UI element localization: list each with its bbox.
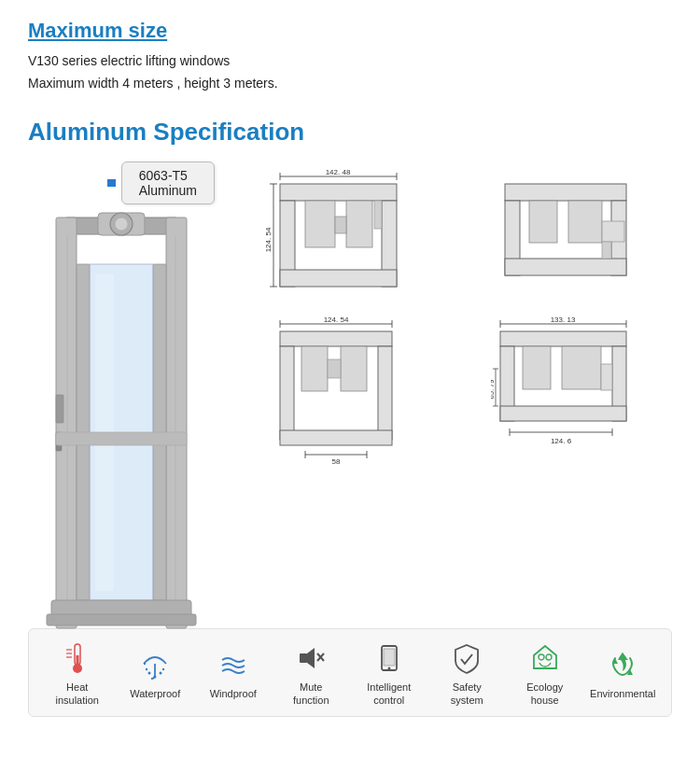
- windproof-label: Windproof: [210, 687, 257, 700]
- svg-rect-66: [562, 346, 601, 389]
- svg-rect-31: [346, 201, 372, 247]
- svg-marker-94: [534, 646, 556, 668]
- svg-rect-29: [280, 270, 397, 287]
- svg-rect-67: [601, 364, 612, 390]
- environmental-icon: [608, 649, 637, 682]
- svg-rect-77: [76, 655, 78, 665]
- svg-rect-30: [305, 201, 335, 247]
- mute-icon: [296, 642, 326, 676]
- svg-rect-39: [568, 201, 602, 243]
- svg-rect-6: [166, 218, 187, 628]
- svg-point-87: [162, 668, 164, 670]
- svg-rect-52: [328, 359, 341, 378]
- ecology-label: Ecologyhouse: [526, 681, 563, 708]
- svg-rect-41: [602, 242, 611, 259]
- feature-intelligent: Intelligentcontrol: [352, 642, 427, 708]
- svg-marker-0: [107, 174, 116, 192]
- aluminum-section: 6063-T5 Aluminum: [28, 161, 672, 610]
- svg-text:65. 79: 65. 79: [491, 379, 496, 399]
- svg-text:58: 58: [331, 457, 340, 466]
- page-container: Maximum size V130 series electric liftin…: [0, 0, 700, 736]
- svg-point-84: [154, 675, 157, 678]
- feature-safety: Safetysystem: [429, 642, 504, 708]
- blue-arrow-icon: [103, 170, 116, 196]
- svg-rect-46: [280, 331, 392, 346]
- diagram-3: 124. 54 58: [233, 313, 447, 467]
- svg-rect-64: [500, 406, 626, 421]
- svg-rect-12: [47, 614, 196, 625]
- intelligent-control-icon: [374, 642, 404, 676]
- svg-rect-17: [56, 432, 187, 445]
- mute-label: Mutefunction: [293, 681, 329, 708]
- window-cross-section-svg: [28, 208, 215, 638]
- feature-environmental: Environmental: [585, 649, 660, 700]
- svg-rect-37: [505, 259, 626, 275]
- svg-rect-47: [280, 346, 294, 440]
- windproof-icon: [218, 649, 248, 682]
- svg-rect-88: [300, 653, 307, 663]
- svg-marker-98: [619, 653, 626, 658]
- svg-text:133. 13: 133. 13: [550, 316, 575, 324]
- feature-heat-insulation: Heatinsulation: [40, 642, 115, 708]
- svg-point-78: [73, 664, 82, 673]
- diagram-1: 142. 48 124. 54: [233, 165, 447, 305]
- svg-text:142. 48: 142. 48: [325, 168, 350, 176]
- feature-windproof: Windproof: [196, 649, 271, 700]
- svg-rect-50: [301, 346, 328, 391]
- feature-waterproof: Waterproof: [118, 649, 192, 700]
- svg-text:124. 6: 124. 6: [550, 437, 571, 445]
- svg-rect-13: [56, 395, 63, 423]
- svg-point-97: [546, 654, 552, 660]
- max-size-line1: V130 series electric lifting windows: [28, 50, 672, 73]
- svg-point-86: [146, 668, 147, 670]
- heat-insulation-label: Heatinsulation: [56, 681, 99, 708]
- svg-rect-40: [602, 221, 624, 242]
- svg-rect-49: [280, 430, 392, 445]
- svg-text:124. 54: 124. 54: [323, 316, 348, 324]
- svg-point-93: [387, 667, 390, 669]
- window-image: 6063-T5 Aluminum: [28, 161, 215, 610]
- max-size-title: Maximum size: [28, 19, 672, 43]
- heat-insulation-icon: [63, 642, 92, 676]
- waterproof-icon: [140, 649, 170, 682]
- safety-label: Safetysystem: [451, 681, 483, 708]
- waterproof-label: Waterproof: [130, 687, 180, 700]
- diagram-4: 133. 13: [458, 313, 672, 467]
- spec-diagrams-area: 142. 48 124. 54: [224, 161, 672, 474]
- material-label: 6063-T5 Aluminum: [121, 161, 215, 204]
- svg-rect-26: [280, 184, 397, 201]
- svg-rect-48: [378, 346, 392, 440]
- svg-rect-51: [341, 346, 367, 391]
- feature-mute: Mutefunction: [273, 642, 348, 708]
- svg-point-4: [115, 218, 128, 231]
- svg-rect-32: [335, 217, 346, 233]
- ecology-icon: [530, 642, 560, 676]
- svg-rect-61: [500, 331, 626, 346]
- svg-rect-92: [384, 649, 395, 666]
- aluminum-title: Aluminum Specification: [28, 118, 672, 147]
- svg-text:124. 54: 124. 54: [266, 227, 273, 252]
- intelligent-label: Intelligentcontrol: [367, 681, 411, 708]
- max-size-line2: Maximum width 4 meters , height 3 meters…: [28, 73, 672, 95]
- feature-ecology: Ecologyhouse: [508, 642, 582, 708]
- feature-bar: Heatinsulation Waterproof: [28, 628, 672, 718]
- safety-icon: [452, 642, 482, 676]
- svg-point-85: [160, 671, 162, 674]
- svg-point-96: [539, 654, 544, 660]
- svg-point-83: [148, 671, 151, 674]
- svg-rect-65: [523, 346, 551, 389]
- diagram-2: [458, 165, 672, 305]
- svg-rect-34: [505, 184, 626, 201]
- environmental-label: Environmental: [590, 687, 655, 700]
- diagrams-grid: 142. 48 124. 54: [233, 165, 672, 474]
- svg-rect-38: [529, 201, 557, 243]
- svg-rect-33: [374, 201, 382, 229]
